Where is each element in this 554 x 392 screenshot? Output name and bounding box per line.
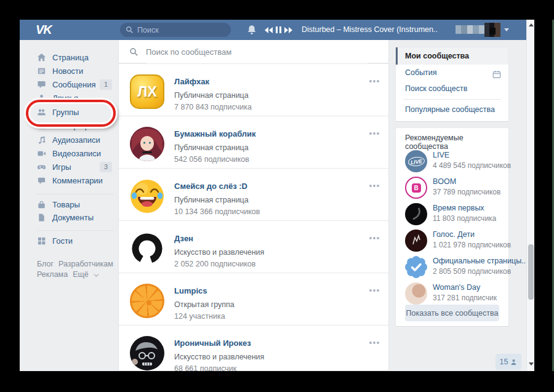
- recommended-name[interactable]: Woman's Day: [433, 283, 480, 292]
- footer-link-ads[interactable]: Реклама: [37, 270, 68, 279]
- community-row[interactable]: Ироничный Ирокез Искусство и развлечения…: [119, 325, 388, 371]
- sidebar-footer: БлогРазработчикам РекламаЕщё: [37, 259, 123, 280]
- more-options-icon[interactable]: [369, 342, 372, 344]
- sidebar-item-video[interactable]: Видеозаписи: [37, 148, 117, 159]
- sidebar-item-label: Друзья: [52, 93, 78, 104]
- community-name[interactable]: Ироничный Ирокез: [174, 338, 251, 348]
- notifications-bell-icon[interactable]: [247, 25, 257, 35]
- search-icon: [126, 26, 134, 34]
- menu-item-my-communities[interactable]: Мои сообщества: [396, 47, 508, 65]
- footer-link-blog[interactable]: Блог: [37, 260, 54, 268]
- community-members: 68 661 подписчик: [174, 364, 236, 371]
- recommended-row[interactable]: LIVE LIVE 4 489 545 подписчиков: [405, 150, 504, 175]
- more-options-icon[interactable]: [369, 289, 372, 292]
- recommended-avatar-golos-deti[interactable]: [405, 230, 427, 252]
- recommended-members: 317 281 подписчик: [433, 294, 497, 302]
- recommended-avatar-live[interactable]: LIVE: [405, 150, 427, 172]
- recommended-avatar-boom[interactable]: B: [405, 177, 427, 199]
- sidebar-item-friends[interactable]: Друзья: [37, 93, 117, 104]
- recommended-name[interactable]: Официальные страницы..: [433, 257, 526, 265]
- profile-dropdown-caret-icon[interactable]: [504, 28, 509, 31]
- rewind-icon[interactable]: [265, 27, 273, 33]
- community-name[interactable]: Смейся до слёз :D: [174, 182, 247, 191]
- sidebar-item-market[interactable]: Товары: [37, 199, 117, 210]
- recommended-row[interactable]: Woman's Day 317 281 подписчик: [405, 282, 504, 307]
- more-options-icon[interactable]: [369, 237, 372, 239]
- camera-icon: [37, 121, 46, 130]
- audio-player-controls: [265, 26, 295, 33]
- community-name[interactable]: Lumpics: [174, 286, 207, 295]
- sidebar-item-docs[interactable]: Документы: [37, 212, 117, 223]
- recommended-row[interactable]: Голос. Дети 1 021 978 подписчиков: [405, 230, 504, 254]
- scrollbar-thumb[interactable]: [528, 244, 534, 300]
- community-avatar-paper-boat[interactable]: [130, 127, 164, 161]
- community-avatar-orange[interactable]: [130, 284, 164, 318]
- community-row[interactable]: ЛХ Лайфхак Публичная страница 7 870 843 …: [119, 63, 388, 116]
- sidebar-item-guests[interactable]: Гости: [37, 236, 117, 247]
- community-name[interactable]: Дзен: [174, 234, 193, 243]
- community-avatar-zen[interactable]: [130, 231, 164, 266]
- screenshot-canvas: Страница Новости Сообщения 1 Друзья Груп…: [0, 0, 554, 392]
- community-row[interactable]: Смейся до слёз :D Публичная страница 10 …: [119, 168, 388, 220]
- recommended-name[interactable]: Время первых: [433, 204, 484, 212]
- scroll-down-arrow-icon[interactable]: [529, 362, 534, 366]
- recommended-name[interactable]: Голос. Дети: [433, 230, 475, 239]
- sidebar-item-messages[interactable]: Сообщения 1: [37, 79, 117, 90]
- recommended-name[interactable]: BOOM: [433, 177, 456, 186]
- community-type: Публичная страница: [174, 196, 249, 204]
- user-avatar-blurred[interactable]: [484, 23, 500, 37]
- now-playing-track[interactable]: Disturbed – Mistress Cover (Instrumen..: [302, 25, 438, 34]
- scrollbar[interactable]: [526, 20, 534, 371]
- sidebar-item-games[interactable]: Игры 3: [37, 162, 117, 173]
- more-options-icon[interactable]: [369, 185, 372, 187]
- community-row[interactable]: Lumpics Открытая группа 124 участника: [119, 273, 388, 325]
- community-type: Искусство и развлечения: [174, 248, 264, 257]
- recommended-name[interactable]: LIVE: [433, 151, 449, 159]
- header-search-input[interactable]: [137, 26, 223, 34]
- footer-link-more[interactable]: Ещё: [73, 270, 89, 279]
- sidebar-item-news[interactable]: Новости: [37, 66, 117, 77]
- recommended-row[interactable]: Время первых 11 803 подписчика: [405, 203, 504, 228]
- communities-menu-card: Мои сообщества События Поиск сообществ П…: [396, 47, 508, 121]
- person-icon: [37, 94, 46, 103]
- recommended-row[interactable]: Официальные страницы.. 2 805 509 подписч…: [405, 256, 504, 281]
- show-all-communities-button[interactable]: Показать все сообщества: [405, 305, 499, 321]
- recommended-avatar-womans-day[interactable]: [405, 282, 427, 305]
- recommended-members: 37 789 подписчиков: [433, 188, 500, 196]
- sidebar-item-label: Игры: [52, 162, 71, 173]
- menu-item-search-communities[interactable]: Поиск сообществ: [396, 81, 508, 97]
- pause-icon[interactable]: [276, 26, 281, 33]
- community-row[interactable]: Дзен Искусство и развлечения 2 052 200 п…: [119, 220, 388, 273]
- community-avatar-laughing-emoji[interactable]: [130, 179, 164, 214]
- sidebar-item-comments[interactable]: Комментарии: [37, 175, 117, 186]
- verified-badge-icon[interactable]: [405, 256, 427, 278]
- recommended-title: Рекомендуемые сообщества: [405, 134, 508, 151]
- message-bubble-icon: [37, 80, 46, 89]
- sidebar-divider: [37, 194, 114, 194]
- person-icon: [510, 359, 517, 366]
- more-options-icon[interactable]: [369, 80, 372, 82]
- recommended-members: 11 803 подписчика: [433, 214, 496, 223]
- online-members-badge[interactable]: 15: [496, 354, 521, 370]
- community-name[interactable]: Лайфхак: [174, 77, 209, 86]
- community-row[interactable]: Бумажный кораблик Публичная страница 542…: [119, 116, 388, 168]
- sidebar-item-photos[interactable]: Фотографии: [37, 121, 117, 132]
- footer-link-devs[interactable]: Разработчикам: [58, 260, 113, 268]
- recommended-avatar-vremya-pervyh[interactable]: [405, 203, 427, 225]
- menu-item-events[interactable]: События: [396, 65, 508, 81]
- community-members: 7 870 843 подписчика: [174, 103, 252, 111]
- sidebar-item-profile[interactable]: Страница: [37, 52, 117, 63]
- sidebar-item-audio[interactable]: Аудиозаписи: [37, 135, 117, 146]
- sidebar-item-groups[interactable]: Группы: [37, 107, 117, 118]
- scroll-up-arrow-icon[interactable]: [529, 23, 534, 26]
- recommended-row[interactable]: B BOOM 37 789 подписчиков: [405, 177, 504, 201]
- grid-icon: [37, 236, 46, 246]
- communities-search-input[interactable]: [146, 40, 367, 63]
- vk-logo[interactable]: VK: [36, 23, 52, 37]
- fast-forward-icon[interactable]: [284, 27, 292, 33]
- community-avatar-mohawk[interactable]: [130, 336, 164, 370]
- community-name[interactable]: Бумажный кораблик: [174, 129, 256, 138]
- community-avatar-lifehack[interactable]: ЛХ: [130, 74, 164, 109]
- more-options-icon[interactable]: [369, 132, 372, 135]
- menu-item-popular-communities[interactable]: Популярные сообщества: [396, 102, 508, 118]
